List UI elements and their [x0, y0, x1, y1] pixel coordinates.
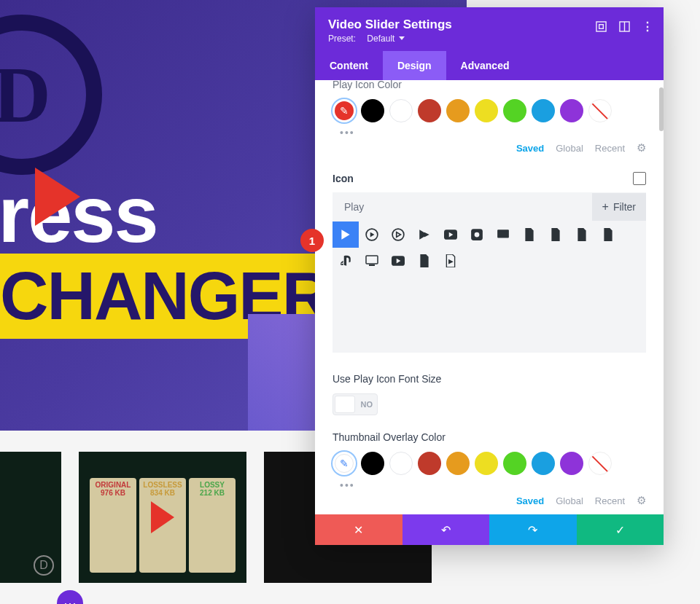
- play-font-label: Use Play Icon Font Size: [332, 373, 646, 385]
- font-size-toggle[interactable]: NO: [332, 393, 378, 415]
- svg-point-8: [475, 232, 480, 238]
- color-swatches: ✎: [332, 99, 646, 122]
- svg-rect-9: [497, 230, 509, 238]
- fab-more-button[interactable]: ⋯: [57, 590, 83, 604]
- swatch-purple[interactable]: [560, 99, 583, 122]
- chevron-down-icon: [399, 36, 405, 41]
- global-tab[interactable]: Global: [556, 495, 583, 506]
- swatch-red[interactable]: [418, 99, 441, 122]
- settings-panel: Video Slider Settings Preset: Default ⋮ …: [315, 7, 664, 545]
- more-colors-2[interactable]: •••: [340, 479, 646, 491]
- slider-controls-label: Slider Controls Color: [332, 507, 646, 514]
- icon-file-p[interactable]: [411, 248, 438, 274]
- svg-rect-10: [366, 256, 378, 264]
- icon-play-filled[interactable]: [332, 221, 359, 248]
- saved-tab[interactable]: Saved: [516, 143, 544, 154]
- responsive-icon[interactable]: [633, 172, 646, 185]
- icon-section: Icon +Filter: [315, 162, 664, 363]
- svg-rect-11: [369, 264, 375, 266]
- preset-selector[interactable]: Preset: Default: [328, 34, 650, 44]
- icon-youtube[interactable]: [438, 221, 464, 248]
- global-tab[interactable]: Global: [556, 143, 583, 154]
- toggle-label: NO: [361, 400, 373, 409]
- icon-search-input[interactable]: [332, 192, 592, 221]
- swatch-black[interactable]: [361, 99, 384, 122]
- icon-file-2[interactable]: [542, 221, 569, 248]
- swatch-yellow[interactable]: [475, 452, 498, 475]
- icon-picker-grid: [332, 221, 646, 353]
- swatch-none[interactable]: [588, 99, 612, 122]
- more-icon[interactable]: ⋮: [640, 19, 655, 34]
- swatch-blue[interactable]: [532, 452, 555, 475]
- icon-file-4[interactable]: [595, 221, 621, 248]
- filter-button[interactable]: +Filter: [592, 193, 646, 221]
- more-colors[interactable]: •••: [340, 127, 646, 138]
- swatch-yellow[interactable]: [475, 99, 498, 122]
- icon-video-square[interactable]: [464, 221, 490, 248]
- thumb-overlay-label: Thumbnail Overlay Color: [332, 425, 646, 443]
- icon-file-3[interactable]: [569, 221, 595, 248]
- panel-footer: ✕ ↶ ↷ ✓: [315, 514, 664, 545]
- tab-design[interactable]: Design: [383, 51, 446, 80]
- icon-youtube-2[interactable]: [385, 248, 411, 274]
- panel-header: Video Slider Settings Preset: Default ⋮: [315, 7, 664, 51]
- icon-file-play[interactable]: [438, 248, 464, 274]
- swatch-current[interactable]: ✎: [332, 99, 356, 122]
- svg-rect-0: [596, 21, 605, 31]
- swatch-green[interactable]: [503, 452, 526, 475]
- thumb-0[interactable]: D: [0, 452, 61, 583]
- divi-logo-icon: [0, 15, 102, 175]
- thumbnail-overlay-section: Thumbnail Overlay Color ✎ ••• Saved Glob…: [315, 425, 664, 507]
- icon-play-circle-o[interactable]: [385, 221, 411, 248]
- swatch-none[interactable]: [588, 452, 612, 475]
- swatch-orange[interactable]: [446, 452, 470, 475]
- gear-icon[interactable]: ⚙: [637, 141, 646, 154]
- columns-icon[interactable]: [617, 19, 631, 34]
- undo-button[interactable]: ↶: [402, 514, 490, 545]
- icon-playstation[interactable]: [332, 248, 359, 274]
- swatch-red[interactable]: [418, 452, 441, 475]
- color-swatches-2: ✎: [332, 452, 646, 475]
- recent-tab[interactable]: Recent: [595, 495, 625, 506]
- saved-tab[interactable]: Saved: [516, 495, 544, 506]
- swatch-white[interactable]: [389, 452, 413, 475]
- divi-small-icon: D: [34, 555, 54, 576]
- eyedropper-icon: ✎: [340, 458, 349, 469]
- section-label: Play Icon Color: [332, 80, 646, 90]
- swatch-black[interactable]: [361, 452, 384, 475]
- slider-controls-section: Slider Controls Color: [315, 507, 664, 514]
- play-icon-color-section: Play Icon Color ✎ ••• Saved Global Recen…: [315, 80, 664, 162]
- expand-icon[interactable]: [594, 19, 608, 34]
- icon-google-play[interactable]: [411, 221, 438, 248]
- save-button[interactable]: ✓: [577, 514, 664, 545]
- play-icon[interactable]: [151, 501, 174, 533]
- panel-body: Play Icon Color ✎ ••• Saved Global Recen…: [315, 80, 664, 514]
- swatch-blue[interactable]: [532, 99, 555, 122]
- redo-button[interactable]: ↷: [489, 514, 577, 545]
- tab-advanced[interactable]: Advanced: [446, 51, 524, 80]
- icon-file-1[interactable]: [516, 221, 542, 248]
- swatch-green[interactable]: [503, 99, 526, 122]
- tab-content[interactable]: Content: [315, 51, 383, 80]
- svg-rect-1: [599, 24, 603, 28]
- swatch-orange[interactable]: [446, 99, 470, 122]
- icon-search-row: +Filter: [332, 192, 646, 221]
- icon-play-circle[interactable]: [359, 221, 385, 248]
- swatch-current-2[interactable]: ✎: [332, 452, 356, 475]
- toggle-knob: [335, 396, 355, 413]
- tab-bar: Content Design Advanced: [315, 51, 664, 80]
- swatch-white[interactable]: [389, 99, 413, 122]
- icon-display[interactable]: [490, 221, 516, 248]
- play-icon[interactable]: [35, 168, 80, 226]
- play-font-section: Use Play Icon Font Size NO: [315, 363, 664, 425]
- thumb-1[interactable]: ORIGINAL976 KB LOSSLESS834 KB LOSSY212 K…: [79, 452, 246, 583]
- icon-section-label: Icon: [332, 173, 354, 184]
- icon-monitor[interactable]: [359, 248, 385, 274]
- scrollbar[interactable]: [659, 87, 664, 131]
- cat-col-c: LOSSY212 KB: [189, 478, 236, 573]
- eyedropper-icon: ✎: [340, 105, 349, 117]
- gear-icon[interactable]: ⚙: [637, 494, 646, 507]
- recent-tab[interactable]: Recent: [595, 143, 625, 154]
- cancel-button[interactable]: ✕: [315, 514, 402, 545]
- swatch-purple[interactable]: [560, 452, 583, 475]
